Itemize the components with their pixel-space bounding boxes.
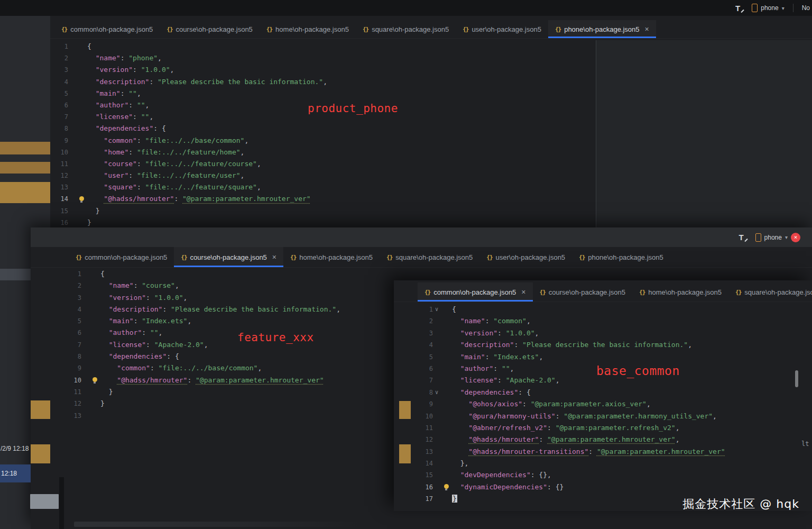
code-line[interactable]: 5 "main": "Index.ets", — [415, 351, 725, 363]
tab-common[interactable]: {}common\oh-package.json5 — [54, 20, 160, 38]
intention-bulb-icon[interactable] — [93, 377, 97, 382]
log-timestamp[interactable]: /2/9 12:18 — [0, 444, 31, 453]
gutter-icons — [440, 304, 452, 315]
code-line[interactable]: 4 "description": "Please describe the ba… — [63, 304, 340, 315]
fold-gutter — [81, 280, 89, 291]
tab-home[interactable]: {}home\oh-package.json5 — [632, 282, 728, 302]
code-line[interactable]: 12 "user": "file:../../feature/user", — [50, 170, 327, 181]
code-line[interactable]: 11 "course": "file:../../feature/course"… — [50, 158, 327, 170]
editor-split-pane — [596, 40, 812, 227]
split-divider[interactable] — [596, 40, 596, 227]
fold-gutter — [433, 446, 440, 458]
code-line[interactable]: 12} — [63, 398, 340, 409]
code-line[interactable]: 9 "@ohos/axios": "@param:parameter.axios… — [415, 398, 725, 410]
code-text: "description": "Please describe the basi… — [87, 76, 327, 88]
code-line[interactable]: 2 "name": "common", — [415, 315, 725, 327]
code-text: "dependencies": { — [452, 387, 725, 398]
code-line[interactable]: 15 "devDependencies": {}, — [415, 469, 725, 481]
code-editor[interactable]: 1∨{2 "name": "common",3 "version": "1.0.… — [415, 304, 725, 505]
tab-label: square\oh-package.json5 — [395, 253, 473, 261]
tab-close-icon[interactable]: × — [645, 25, 649, 33]
line-number: 4 — [63, 304, 81, 315]
tab-course[interactable]: {}course\oh-package.json5 — [160, 20, 260, 38]
code-line[interactable]: 5 "main": "Index.ets", — [63, 315, 340, 327]
tab-course[interactable]: {}course\oh-package.json5 — [533, 282, 633, 302]
fold-arrow-icon[interactable]: ∨ — [433, 304, 440, 315]
code-line[interactable]: 10 "home": "file:../../feature/home", — [50, 147, 327, 158]
tab-close-icon[interactable]: × — [272, 253, 276, 261]
log-timestamp-selected[interactable]: 12:18 — [0, 464, 31, 482]
code-line[interactable]: 9 "common": "file:../../base/common", — [50, 135, 327, 147]
tab-common[interactable]: {}common\oh-package.json5 — [69, 247, 174, 267]
tab-bar: {}common\oh-package.json5{}course\oh-pac… — [50, 20, 812, 39]
tab-home[interactable]: {}home\oh-package.json5 — [260, 20, 356, 38]
code-line[interactable]: 3 "version": "1.0.0", — [63, 292, 340, 304]
code-line[interactable]: 13 "square": "file:../../feature/square"… — [50, 181, 327, 193]
code-line[interactable]: 9 "common": "file:../../base/common", — [63, 362, 340, 374]
code-line[interactable]: 11 } — [63, 386, 340, 398]
t-convert-icon[interactable]: T — [739, 233, 746, 242]
device-selector[interactable]: phone ▾ — [755, 233, 788, 242]
code-line[interactable]: 2 "name": "phone", — [50, 52, 327, 64]
code-line[interactable]: 1{ — [63, 268, 340, 280]
fold-arrow-icon[interactable]: ∨ — [433, 387, 440, 398]
tab-home[interactable]: {}home\oh-package.json5 — [283, 247, 380, 267]
json-file-icon: {} — [425, 289, 430, 296]
gutter-icons — [89, 268, 100, 280]
intention-bulb-icon[interactable] — [444, 484, 449, 489]
code-line[interactable]: 17} — [415, 493, 725, 505]
code-line[interactable]: 3 "version": "1.0.0", — [415, 327, 725, 339]
code-line[interactable]: 8 "dependencies": { — [50, 123, 327, 134]
gutter-icons — [76, 88, 87, 99]
line-number: 11 — [50, 158, 68, 170]
code-line[interactable]: 4 "description": "Please describe the ba… — [415, 339, 725, 351]
code-line[interactable]: 10 "@hadss/hmrouter": "@param:parameter.… — [63, 375, 340, 386]
code-editor[interactable]: 1{2 "name": "course",3 "version": "1.0.0… — [63, 268, 340, 422]
tab-user[interactable]: {}user\oh-package.json5 — [479, 247, 572, 267]
code-line[interactable]: 13 "@hadss/hmrouter-transitions": "@para… — [415, 446, 725, 458]
code-line[interactable]: 14 }, — [415, 458, 725, 469]
code-line[interactable]: 1∨{ — [415, 304, 725, 315]
code-line[interactable]: 3 "version": "1.0.0", — [50, 64, 327, 76]
line-number: 9 — [415, 398, 433, 410]
fold-gutter — [68, 123, 76, 134]
tab-phone[interactable]: {}phone\oh-package.json5 — [572, 247, 670, 267]
code-line[interactable]: 1{ — [50, 41, 327, 52]
scrollbar-track[interactable] — [59, 477, 64, 529]
annotation-base-common: base_common — [596, 364, 680, 378]
line-number: 13 — [415, 446, 433, 458]
code-line[interactable]: 8∨ "dependencies": { — [415, 387, 725, 398]
tab-square[interactable]: {}square\oh-package.json5 — [356, 20, 456, 38]
tab-common[interactable]: {}common\oh-package.json5× — [418, 282, 533, 302]
tab-square[interactable]: {}square\oh-package.json5 — [380, 247, 479, 267]
tab-close-icon[interactable]: × — [521, 288, 525, 296]
code-line[interactable]: 16 "dynamicDependencies": {} — [415, 481, 725, 493]
tab-phone[interactable]: {}phone\oh-package.json5× — [548, 20, 656, 38]
code-line[interactable]: 14 "@hadss/hmrouter": "@param:parameter.… — [50, 193, 327, 205]
json-file-icon: {} — [290, 254, 296, 261]
tab-course[interactable]: {}course\oh-package.json5× — [174, 247, 283, 267]
code-line[interactable]: 16} — [50, 217, 327, 227]
t-convert-icon[interactable]: T — [735, 4, 743, 13]
json-file-icon: {} — [76, 254, 81, 261]
code-line[interactable]: 15 } — [50, 205, 327, 217]
code-editor[interactable]: 1{2 "name": "phone",3 "version": "1.0.0"… — [50, 41, 327, 227]
code-line[interactable]: 2 "name": "course", — [63, 280, 340, 291]
code-line[interactable]: 5 "main": "", — [50, 88, 327, 99]
code-line[interactable]: 4 "description": "Please describe the ba… — [50, 76, 327, 88]
intention-bulb-icon[interactable] — [79, 196, 84, 201]
fold-gutter — [68, 181, 76, 193]
code-line[interactable]: 12 "@hadss/hmrouter": "@param:parameter.… — [415, 434, 725, 445]
line-number: 12 — [50, 170, 68, 181]
code-line[interactable]: 11 "@abner/refresh_v2": "@param:paramete… — [415, 422, 725, 434]
code-line[interactable]: 6 "author": "", — [50, 99, 327, 111]
code-line[interactable]: 8 "dependencies": { — [63, 351, 340, 362]
code-line[interactable]: 10 "@pura/harmony-utils": "@param:parame… — [415, 411, 725, 422]
tab-user[interactable]: {}user\oh-package.json5 — [456, 20, 548, 38]
code-line[interactable]: 7 "license": "", — [50, 111, 327, 123]
window-close-button[interactable]: × — [791, 233, 800, 242]
scrollbar-thumb[interactable] — [795, 370, 798, 387]
device-selector[interactable]: phone ▾ — [752, 4, 784, 12]
tab-square[interactable]: {}square\oh-package.json5 — [728, 282, 812, 302]
code-line[interactable]: 13 — [63, 410, 340, 422]
